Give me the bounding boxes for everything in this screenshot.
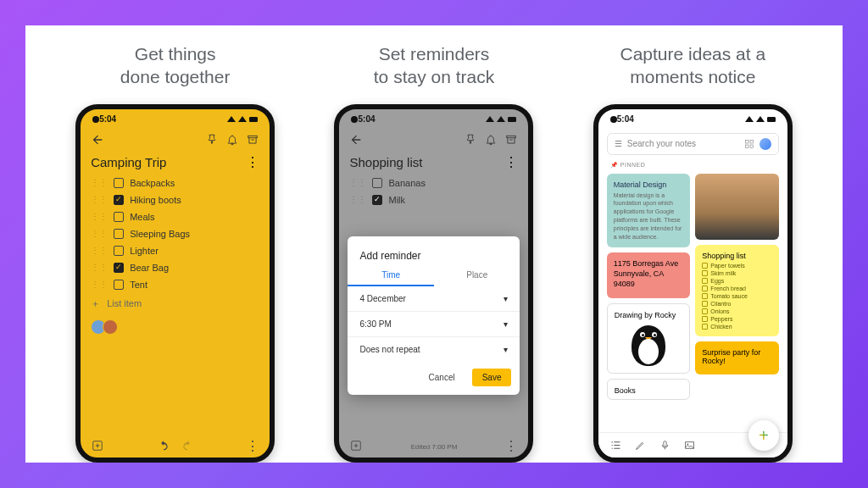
new-image-icon[interactable] (684, 440, 695, 451)
drag-handle-icon: ⋮⋮ (91, 195, 108, 204)
svg-rect-4 (745, 140, 748, 143)
add-reminder-dialog: Add reminder Time Place 4 December▾ 6:30… (348, 236, 520, 395)
reminder-icon[interactable] (484, 133, 498, 147)
note-address[interactable]: 1175 Borregas Ave Sunnyvale, CA 94089 (607, 252, 691, 298)
reminder-icon[interactable] (225, 133, 239, 147)
grid-view-icon[interactable] (744, 139, 754, 149)
tab-place[interactable]: Place (434, 265, 520, 286)
account-avatar[interactable] (760, 138, 771, 150)
drag-handle-icon: ⋮⋮ (349, 178, 366, 187)
checklist-item[interactable]: ⋮⋮Sleeping Bags (81, 225, 270, 242)
archive-icon[interactable] (504, 133, 518, 147)
drag-handle-icon: ⋮⋮ (349, 195, 366, 204)
item-label: Bear Bag (130, 263, 169, 273)
note-toolbar (339, 128, 528, 152)
headline-3: Capture ideas at a moments notice (620, 42, 766, 89)
reminder-repeat-row[interactable]: Does not repeat▾ (348, 337, 520, 362)
new-voice-icon[interactable] (659, 440, 670, 451)
clock: 5:04 (99, 114, 116, 124)
status-icons (227, 116, 258, 122)
drag-handle-icon: ⋮⋮ (91, 212, 108, 221)
checkbox[interactable] (114, 280, 124, 290)
redo-icon (181, 439, 194, 452)
pin-icon[interactable] (205, 133, 219, 147)
edited-timestamp: Edited 7:00 PM (339, 443, 528, 451)
checklist-item: Tomato sauce (702, 293, 772, 299)
checklist-item: French bread (702, 286, 772, 291)
checkbox[interactable] (114, 212, 124, 222)
note-books[interactable]: Books (607, 379, 691, 400)
status-bar: 5:04 (598, 109, 787, 128)
back-icon[interactable] (349, 133, 363, 147)
checklist-item[interactable]: ⋮⋮Lighter (81, 242, 270, 259)
tab-time[interactable]: Time (348, 265, 434, 286)
note-shopping[interactable]: Shopping list Paper towelsSkim milkEggsF… (695, 245, 779, 336)
add-list-item[interactable]: ＋ List item (81, 293, 270, 314)
pin-icon[interactable] (464, 133, 477, 147)
column-3: Capture ideas at a moments notice 5:04 ☰… (564, 42, 822, 463)
search-placeholder: Search your notes (627, 139, 739, 148)
cancel-button[interactable]: Cancel (419, 369, 465, 386)
archive-icon[interactable] (246, 133, 259, 147)
checklist-item[interactable]: ⋮⋮✓Hiking boots (81, 191, 270, 208)
checkbox[interactable] (114, 246, 124, 256)
status-bar: 5:04 (339, 109, 528, 128)
new-drawing-icon[interactable] (635, 440, 646, 451)
status-icons (486, 116, 516, 122)
drag-handle-icon: ⋮⋮ (91, 280, 108, 289)
svg-rect-0 (248, 136, 258, 137)
item-label: Lighter (130, 246, 159, 256)
checkbox[interactable] (114, 178, 124, 188)
checklist-item[interactable]: ⋮⋮Backpacks (81, 175, 270, 191)
svg-rect-7 (750, 145, 754, 148)
checklist-item[interactable]: ⋮⋮Tent (81, 276, 270, 293)
plus-icon: ＋ (91, 297, 100, 310)
collaborator-avatars[interactable] (81, 314, 270, 340)
checklist-item[interactable]: ⋮⋮✓Milk (339, 191, 528, 208)
clock: 5:04 (617, 114, 634, 124)
back-icon[interactable] (91, 133, 104, 147)
note-photo-dog[interactable] (695, 174, 779, 240)
checklist-item[interactable]: ⋮⋮Meals (81, 208, 270, 225)
checkbox[interactable] (372, 178, 382, 188)
item-label: Meals (130, 212, 154, 222)
note-title[interactable]: Camping Trip (91, 155, 246, 169)
reminder-date-row[interactable]: 4 December▾ (348, 286, 520, 312)
drag-handle-icon: ⋮⋮ (91, 263, 108, 272)
headline-1: Get things done together (120, 42, 231, 89)
search-bar[interactable]: ☰ Search your notes (607, 133, 779, 155)
checkbox[interactable]: ✓ (114, 195, 124, 205)
more-icon[interactable]: ⋮ (246, 439, 259, 452)
add-box-icon[interactable] (91, 439, 104, 452)
undo-icon[interactable] (157, 439, 170, 452)
note-material[interactable]: Material Design Material design is a fou… (607, 174, 691, 248)
checkbox[interactable] (114, 229, 124, 239)
save-button[interactable]: Save (472, 369, 512, 386)
checklist-item[interactable]: ⋮⋮Bananas (339, 175, 528, 191)
avatar (103, 319, 118, 335)
checklist-item: Onions (702, 308, 772, 314)
chevron-down-icon: ▾ (504, 319, 508, 329)
checklist-item: Peppers (702, 316, 772, 322)
chevron-down-icon: ▾ (504, 345, 508, 354)
checklist-item[interactable]: ⋮⋮✓Bear Bag (81, 259, 270, 276)
status-bar: 5:04 (81, 109, 270, 128)
new-list-icon[interactable] (610, 440, 621, 451)
more-icon[interactable]: ⋮ (246, 155, 259, 169)
note-title[interactable]: Shopping list (349, 155, 504, 169)
item-label: Milk (388, 195, 405, 205)
promo-card: Get things done together 5:04 Camping Tr… (25, 25, 843, 463)
column-1: Get things done together 5:04 Camping Tr… (46, 42, 304, 463)
more-icon[interactable]: ⋮ (504, 155, 518, 169)
checkbox[interactable]: ✓ (114, 263, 124, 273)
menu-icon[interactable]: ☰ (615, 139, 622, 148)
bottom-toolbar: ⋮ (81, 434, 270, 458)
reminder-time-row[interactable]: 6:30 PM▾ (348, 312, 520, 337)
checkbox[interactable]: ✓ (372, 195, 382, 205)
new-note-fab[interactable]: + (748, 420, 779, 451)
note-drawing[interactable]: Drawing by Rocky (607, 303, 691, 374)
item-label: Sleeping Bags (130, 229, 190, 239)
note-surprise[interactable]: Surprise party for Rocky! (695, 341, 779, 374)
column-2: Set reminders to stay on track 5:04 Shop… (304, 42, 563, 463)
notes-grid: Material Design Material design is a fou… (598, 170, 787, 404)
